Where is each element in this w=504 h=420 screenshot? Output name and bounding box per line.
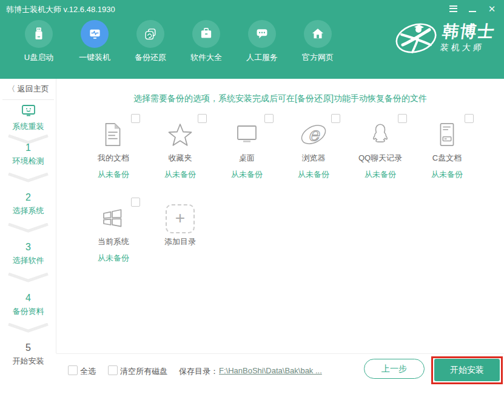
nav-label: 软件大全 (190, 52, 222, 63)
step-label: 环境检测 (0, 156, 56, 167)
previous-step-button[interactable]: 上一步 (364, 359, 425, 379)
backup-item-label: QQ聊天记录 (350, 153, 411, 164)
backup-item-my-documents[interactable]: 我的文档 从未备份 (83, 114, 144, 180)
svg-text:e: e (308, 123, 320, 145)
backup-item-label: C盘文档 (417, 153, 477, 164)
chevron-down-icon (7, 173, 50, 182)
sidebar-top-divider (2, 99, 54, 100)
backup-status: 从未备份 (417, 169, 477, 180)
nav-label: 一键装机 (79, 52, 110, 63)
step-label: 选择软件 (0, 255, 56, 266)
windows-icon (83, 203, 144, 233)
brand-logo-icon (394, 19, 438, 57)
step-number: 3 (0, 241, 56, 253)
sidebar-item-system-reinstall[interactable]: 系统重装 (0, 103, 56, 132)
step-label: 备份资料 (0, 306, 56, 317)
backup-restore-icon (136, 20, 164, 48)
add-directory-label: 添加目录 (150, 236, 210, 247)
backup-status: 从未备份 (150, 169, 210, 180)
footer-divider (56, 353, 504, 354)
step-number: 1 (0, 142, 56, 153)
step-label: 选择系统 (0, 205, 56, 216)
select-all-label: 全选 (80, 366, 96, 377)
browser-checkbox[interactable] (331, 114, 340, 123)
chevron-down-icon (7, 223, 50, 233)
current-system-checkbox[interactable] (131, 198, 140, 207)
window-controls: ✕ (447, 2, 498, 15)
backup-item-c-drive-docs[interactable]: C盘文档 从未备份 (417, 114, 477, 180)
back-to-home-link[interactable]: 〈 返回主页 (0, 84, 56, 95)
c-drive-document-icon (417, 119, 477, 150)
brand-logo: 韩博士 装机大师 (394, 19, 494, 57)
clear-all-disks-checkbox[interactable] (108, 365, 118, 375)
c-drive-docs-checkbox[interactable] (465, 114, 474, 123)
nav-label: 人工服务 (246, 52, 278, 63)
software-library-icon (192, 20, 220, 48)
backup-item-label: 浏览器 (283, 153, 344, 164)
main-nav: U盘启动 一键装机 备份还原 (11, 20, 346, 63)
customer-service-icon (248, 20, 276, 48)
qq-chat-checkbox[interactable] (398, 114, 407, 123)
backup-status: 从未备份 (283, 169, 344, 180)
save-directory-label: 保存目录： (179, 366, 218, 377)
backup-item-current-system[interactable]: 当前系统 从未备份 (83, 198, 144, 264)
backup-item-desktop[interactable]: 桌面 从未备份 (217, 114, 277, 180)
clear-all-disks-label: 清空所有磁盘 (120, 366, 167, 377)
nav-label: 备份还原 (135, 52, 166, 63)
sidebar-item-label: 系统重装 (0, 121, 56, 132)
one-click-install-icon (81, 20, 109, 48)
sidebar-step-1-environment-check[interactable]: 1 环境检测 (0, 142, 56, 167)
backup-status: 从未备份 (83, 169, 144, 180)
backup-item-label: 桌面 (217, 153, 277, 164)
sidebar-step-5-start-install[interactable]: 5 开始安装 (0, 342, 56, 367)
step-label: 开始安装 (0, 356, 56, 367)
nav-item-official-website[interactable]: 官方网页 (290, 20, 346, 63)
step-number: 5 (0, 342, 56, 353)
backup-item-qq-chat[interactable]: QQ聊天记录 从未备份 (350, 114, 411, 180)
backup-item-label: 我的文档 (83, 153, 144, 164)
close-icon[interactable]: ✕ (486, 2, 498, 15)
backup-item-browser[interactable]: e 浏览器 从未备份 (283, 114, 344, 180)
nav-item-one-click-install[interactable]: 一键装机 (67, 20, 123, 63)
nav-item-usb-boot[interactable]: U盘启动 (11, 20, 67, 63)
save-directory-path-link[interactable]: F:\HanBoShi\Data\Bak\bak ... (219, 366, 322, 375)
system-reinstall-icon (0, 103, 56, 119)
add-directory-icon[interactable]: + (166, 204, 195, 233)
backup-status: 从未备份 (350, 169, 411, 180)
sidebar-step-3-select-software[interactable]: 3 选择软件 (0, 241, 56, 266)
sidebar-step-2-select-system[interactable]: 2 选择系统 (0, 192, 56, 216)
usb-drive-icon (25, 20, 53, 48)
brand-name: 韩博士 (442, 24, 497, 40)
qq-icon (350, 119, 411, 150)
my-documents-checkbox[interactable] (131, 114, 140, 123)
favorites-checkbox[interactable] (198, 114, 207, 123)
nav-label: U盘启动 (24, 52, 53, 63)
backup-item-favorites[interactable]: 收藏夹 从未备份 (150, 114, 210, 180)
nav-item-backup-restore[interactable]: 备份还原 (123, 20, 178, 63)
ie-browser-icon: e (283, 119, 344, 150)
chevron-down-icon (7, 323, 50, 333)
step-number: 4 (0, 292, 56, 304)
select-all-checkbox[interactable] (68, 365, 78, 375)
backup-status: 从未备份 (217, 169, 277, 180)
sidebar-step-4-backup-data[interactable]: 4 备份资料 (0, 292, 56, 317)
app-header: 韩博士装机大师 v.12.6.48.1930 ✕ U盘启动 (0, 0, 504, 79)
page-title: 选择需要备份的选项，系统安装完成后可在[备份还原]功能手动恢复备份的文件 (56, 93, 504, 104)
nav-item-customer-service[interactable]: 人工服务 (234, 20, 290, 63)
backup-item-label: 收藏夹 (150, 153, 210, 164)
start-install-button[interactable]: 开始安装 (434, 359, 500, 381)
menu-icon[interactable] (447, 2, 459, 15)
backup-item-label: 当前系统 (83, 236, 144, 247)
chevron-down-icon (7, 273, 50, 282)
nav-item-software-library[interactable]: 软件大全 (178, 20, 234, 63)
window-title: 韩博士装机大师 v.12.6.48.1930 (6, 4, 115, 15)
step-number: 2 (0, 192, 56, 203)
brand-tagline: 装机大师 (440, 42, 494, 53)
minimize-icon[interactable] (466, 2, 479, 15)
nav-label: 官方网页 (302, 52, 334, 63)
backup-selection-panel: 选择需要备份的选项，系统安装完成后可在[备份还原]功能手动恢复备份的文件 我的文… (56, 79, 504, 393)
desktop-checkbox[interactable] (264, 114, 274, 123)
add-directory-item[interactable]: + 添加目录 (150, 198, 210, 247)
desktop-icon (217, 119, 277, 150)
plus-icon: + (175, 210, 185, 227)
